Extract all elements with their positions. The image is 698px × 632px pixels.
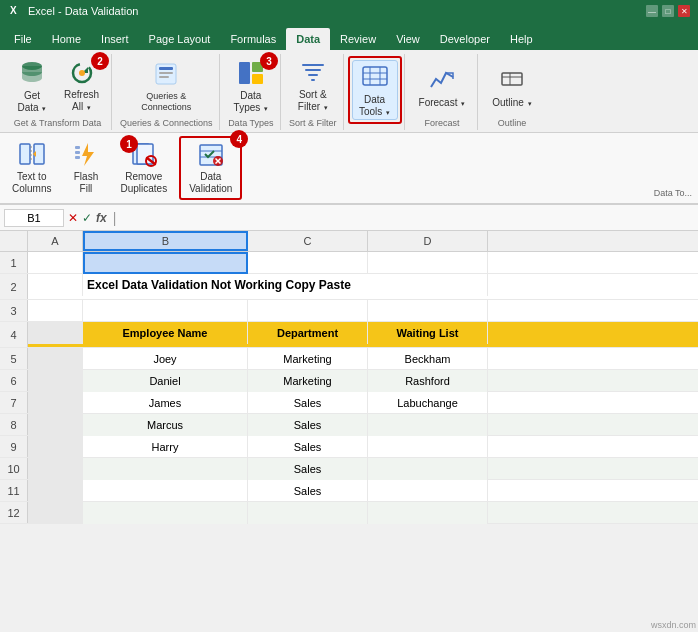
tab-help[interactable]: Help: [500, 28, 543, 50]
cell-B8[interactable]: Marcus: [83, 414, 248, 436]
tab-pagelayout[interactable]: Page Layout: [139, 28, 221, 50]
tab-developer[interactable]: Developer: [430, 28, 500, 50]
cell-C12[interactable]: [248, 502, 368, 524]
data-validation-button[interactable]: DataValidation: [183, 140, 238, 196]
row-num: 12: [0, 502, 28, 523]
queries-label: Queries &Connections: [141, 91, 191, 113]
text-to-columns-button[interactable]: Text toColumns: [6, 136, 57, 198]
cell-B3[interactable]: [83, 300, 248, 322]
forecast-label-bottom: Forecast: [424, 116, 459, 128]
cell-B6[interactable]: Daniel: [83, 370, 248, 392]
cell-D6[interactable]: Rashford: [368, 370, 488, 392]
table-row: 4 Employee Name Department Waiting List: [0, 322, 698, 348]
cell-D9[interactable]: [368, 436, 488, 458]
tab-file[interactable]: File: [4, 28, 42, 50]
row-num: 4: [0, 322, 28, 347]
cell-A6[interactable]: [28, 370, 83, 392]
datatypes-label-bottom: Data Types: [228, 116, 273, 128]
minimize-button[interactable]: —: [646, 5, 658, 17]
cell-D11[interactable]: [368, 480, 488, 502]
cell-D7[interactable]: Labuchange: [368, 392, 488, 414]
cell-A7[interactable]: [28, 392, 83, 414]
cell-B5[interactable]: Joey: [83, 348, 248, 370]
get-transform-items: GetData ▾ RefreshAll ▾ 2: [10, 56, 105, 116]
row-num: 11: [0, 480, 28, 501]
svg-rect-19: [502, 73, 522, 85]
cell-A11[interactable]: [28, 480, 83, 502]
table-row: 3: [0, 300, 698, 322]
cell-D12[interactable]: [368, 502, 488, 524]
datatools-items: DataTools ▾: [352, 60, 398, 120]
forecast-button[interactable]: Forecast ▾: [413, 56, 472, 116]
cell-A8[interactable]: [28, 414, 83, 436]
cell-waiting-list-header[interactable]: Waiting List: [368, 322, 488, 344]
tab-data[interactable]: Data: [286, 28, 330, 50]
cell-D8[interactable]: [368, 414, 488, 436]
group-forecast: Forecast ▾ Forecast: [407, 54, 479, 130]
maximize-button[interactable]: □: [662, 5, 674, 17]
close-button[interactable]: ✕: [678, 5, 690, 17]
col-header-D[interactable]: D: [368, 231, 488, 251]
formula-input[interactable]: [122, 212, 694, 224]
cell-A10[interactable]: [28, 458, 83, 480]
cell-B12[interactable]: [83, 502, 248, 524]
col-header-B[interactable]: B: [83, 231, 248, 251]
cell-department-header[interactable]: Department: [248, 322, 368, 344]
tab-review[interactable]: Review: [330, 28, 386, 50]
queries-button[interactable]: Queries &Connections: [135, 56, 197, 116]
text-columns-icon: [16, 139, 48, 169]
svg-rect-12: [252, 74, 263, 84]
cell-reference[interactable]: B1: [4, 209, 64, 227]
outline-button[interactable]: Outline ▾: [486, 56, 537, 116]
cell-D1[interactable]: [368, 252, 488, 274]
tab-formulas[interactable]: Formulas: [220, 28, 286, 50]
cell-A1[interactable]: [28, 252, 83, 274]
badge-4: 4: [230, 130, 248, 148]
datatypes-label: DataTypes ▾: [234, 90, 268, 114]
cell-A4[interactable]: [28, 322, 83, 344]
cell-A5[interactable]: [28, 348, 83, 370]
data-validation-wrapper: DataValidation 4: [179, 136, 242, 200]
cell-C11[interactable]: Sales: [248, 480, 368, 502]
cell-C10[interactable]: Sales: [248, 458, 368, 480]
confirm-formula-icon[interactable]: ✓: [82, 211, 92, 225]
cell-C1[interactable]: [248, 252, 368, 274]
sort-filter-button[interactable]: Sort &Filter ▾: [291, 56, 335, 116]
tab-view[interactable]: View: [386, 28, 430, 50]
cell-B7[interactable]: James: [83, 392, 248, 414]
flash-fill-button[interactable]: FlashFill: [63, 136, 108, 198]
badge-3: 3: [260, 52, 278, 70]
data-validation-label: DataValidation: [189, 171, 232, 195]
cell-A9[interactable]: [28, 436, 83, 458]
cell-A2[interactable]: [28, 274, 83, 296]
cell-B2[interactable]: Excel Data Validation Not Working Copy P…: [83, 274, 488, 296]
cell-C5[interactable]: Marketing: [248, 348, 368, 370]
cell-B10[interactable]: [83, 458, 248, 480]
col-header-C[interactable]: C: [248, 231, 368, 251]
cell-C3[interactable]: [248, 300, 368, 322]
cell-D5[interactable]: Beckham: [368, 348, 488, 370]
tab-home[interactable]: Home: [42, 28, 91, 50]
cell-C9[interactable]: Sales: [248, 436, 368, 458]
cell-C8[interactable]: Sales: [248, 414, 368, 436]
cell-D3[interactable]: [368, 300, 488, 322]
badge-1: 1: [120, 135, 138, 153]
cell-C6[interactable]: Marketing: [248, 370, 368, 392]
datatools-icon: [359, 62, 391, 92]
col-header-A[interactable]: A: [28, 231, 83, 251]
cell-employee-name[interactable]: Employee Name: [83, 322, 248, 344]
tab-insert[interactable]: Insert: [91, 28, 139, 50]
cell-A3[interactable]: [28, 300, 83, 322]
cell-C7[interactable]: Sales: [248, 392, 368, 414]
cell-D10[interactable]: [368, 458, 488, 480]
group-datatypes: DataTypes ▾ 3 Data Types: [222, 54, 281, 130]
cell-A12[interactable]: [28, 502, 83, 524]
table-row: 6 Daniel Marketing Rashford: [0, 370, 698, 392]
insert-function-icon[interactable]: fx: [96, 211, 107, 225]
cell-B1[interactable]: [83, 252, 248, 274]
cell-B9[interactable]: Harry: [83, 436, 248, 458]
get-data-button[interactable]: GetData ▾: [10, 56, 54, 116]
cell-B11[interactable]: [83, 480, 248, 502]
cancel-formula-icon[interactable]: ✕: [68, 211, 78, 225]
datatools-button[interactable]: DataTools ▾: [352, 60, 398, 120]
